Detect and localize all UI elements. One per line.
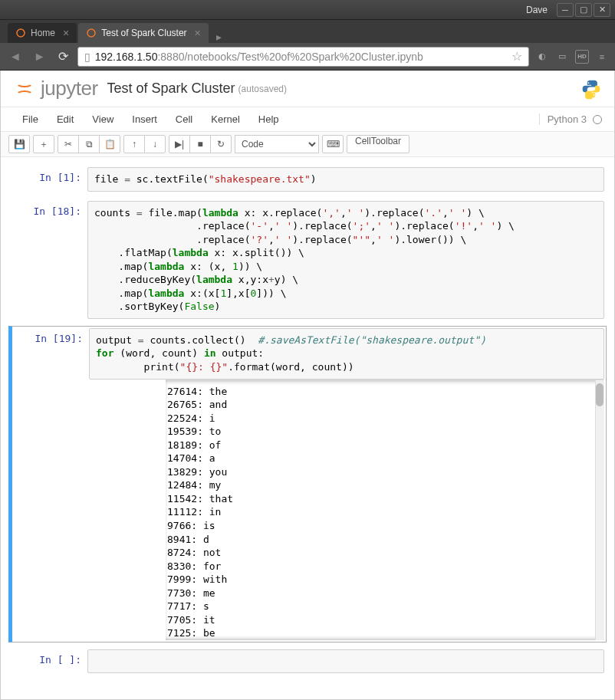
minimize-button[interactable]: ─ — [557, 3, 574, 17]
input-prompt: In [1]: — [11, 167, 87, 192]
input-prompt: In [19]: — [12, 328, 89, 640]
close-window-button[interactable]: ✕ — [594, 3, 610, 17]
back-button[interactable]: ◄ — [6, 50, 25, 64]
input-prompt: In [18]: — [11, 201, 87, 319]
code-input[interactable]: counts = file.map(lambda x: x.replace(',… — [87, 201, 604, 319]
forward-button: ► — [31, 50, 49, 64]
browser-tab-strip: Home × Test of Spark Cluster × ▸ — [0, 20, 615, 43]
tab-title: Test of Spark Cluster — [101, 28, 186, 38]
menu-file[interactable]: File — [13, 110, 48, 128]
bookmark-star-icon[interactable]: ☆ — [511, 49, 522, 64]
menu-kernel[interactable]: Kernel — [202, 110, 249, 128]
notebook-container[interactable]: In [1]:file = sc.textFile("shakespeare.t… — [1, 157, 614, 699]
tab-title: Home — [31, 28, 55, 38]
input-prompt: In [ ]: — [11, 649, 87, 674]
move-up-button[interactable]: ↑ — [123, 135, 145, 153]
cut-button[interactable]: ✂ — [58, 135, 79, 153]
jupyter-favicon-icon — [15, 28, 26, 38]
stop-button[interactable]: ■ — [189, 135, 211, 153]
tab-close-icon[interactable]: × — [63, 27, 69, 39]
menu-cell[interactable]: Cell — [166, 110, 202, 128]
hd-icon[interactable]: HD — [575, 50, 589, 64]
jupyter-logo-text: jupyter — [41, 77, 98, 100]
cell-body: counts = file.map(lambda x: x.replace(',… — [87, 201, 604, 319]
restart-button[interactable]: ↻ — [210, 135, 232, 153]
move-down-button[interactable]: ↓ — [144, 135, 166, 153]
code-cell[interactable]: In [ ]: — [8, 647, 607, 676]
cell-body: file = sc.textFile("shakespeare.txt") — [87, 167, 604, 192]
notebook-header: jupyter Test of Spark Cluster (autosaved… — [1, 71, 614, 107]
code-input[interactable] — [87, 649, 604, 674]
jupyter-logo-icon — [13, 77, 36, 100]
menu-icon[interactable]: ≡ — [595, 50, 609, 64]
celltype-select[interactable]: Code — [235, 135, 319, 153]
output-area[interactable]: 27614: the 26765: and 22524: i 19539: to… — [166, 380, 604, 640]
copy-button[interactable]: ⧉ — [78, 135, 100, 153]
browser-tab-home[interactable]: Home × — [8, 23, 77, 43]
extension-icon[interactable]: ◐ — [535, 50, 549, 64]
jupyter-logo[interactable]: jupyter — [13, 77, 98, 100]
menu-view[interactable]: View — [83, 110, 123, 128]
python-logo-icon — [580, 78, 602, 100]
menu-insert[interactable]: Insert — [123, 110, 166, 128]
notebook-title[interactable]: Test of Spark Cluster — [107, 81, 235, 97]
kernel-name[interactable]: Python 3 — [539, 113, 590, 125]
code-cell[interactable]: In [18]:counts = file.map(lambda x: x.re… — [8, 199, 607, 321]
celltoolbar-button[interactable]: CellToolbar — [347, 135, 409, 153]
code-cell[interactable]: In [19]:output = counts.collect() #.save… — [8, 326, 607, 642]
toolbar: 💾 ＋ ✂ ⧉ 📋 ↑ ↓ ▶| ■ ↻ Code ⌨ CellToolbar — [1, 132, 614, 157]
menu-edit[interactable]: Edit — [48, 110, 83, 128]
svg-point-0 — [17, 29, 25, 37]
os-user: Dave — [526, 5, 548, 15]
address-bar[interactable]: ▯ 192.168.1.50:8880/notebooks/Test%20of%… — [77, 47, 529, 67]
url-path: :8880/notebooks/Test%20of%20Spark%20Clus… — [157, 51, 423, 63]
os-titlebar: Dave ─ ▢ ✕ — [0, 0, 615, 20]
save-button[interactable]: 💾 — [8, 135, 30, 153]
cell-body — [87, 649, 604, 674]
menu-help[interactable]: Help — [249, 110, 288, 128]
page-icon: ▯ — [84, 51, 90, 63]
browser-url-bar: ◄ ► ⟳ ▯ 192.168.1.50:8880/notebooks/Test… — [0, 43, 615, 71]
run-button[interactable]: ▶| — [169, 135, 190, 153]
code-cell[interactable]: In [1]:file = sc.textFile("shakespeare.t… — [8, 165, 607, 194]
command-palette-button[interactable]: ⌨ — [322, 135, 344, 153]
output-row: 27614: the 26765: and 22524: i 19539: to… — [89, 380, 604, 640]
scrollbar-track[interactable] — [595, 380, 604, 640]
autosave-status: (autosaved) — [238, 84, 287, 94]
code-input[interactable]: output = counts.collect() #.saveAsTextFi… — [89, 328, 604, 380]
run-group: ▶| ■ ↻ — [169, 135, 232, 153]
cast-icon[interactable]: ▭ — [555, 50, 569, 64]
output-prompt — [89, 380, 166, 640]
browser-tab-notebook[interactable]: Test of Spark Cluster × — [78, 23, 209, 43]
notebook-page: jupyter Test of Spark Cluster (autosaved… — [0, 71, 615, 700]
paste-button[interactable]: 📋 — [99, 135, 120, 153]
add-cell-button[interactable]: ＋ — [33, 135, 54, 153]
url-host: 192.168.1.50 — [95, 51, 158, 63]
new-tab-button[interactable]: ▸ — [210, 31, 228, 43]
tab-close-icon[interactable]: × — [195, 27, 201, 39]
maximize-button[interactable]: ▢ — [575, 3, 592, 17]
edit-group: ✂ ⧉ 📋 — [58, 135, 120, 153]
kernel-indicator-icon[interactable] — [593, 115, 602, 124]
code-input[interactable]: file = sc.textFile("shakespeare.txt") — [87, 167, 604, 192]
svg-point-1 — [87, 29, 95, 37]
menu-bar: File Edit View Insert Cell Kernel Help P… — [1, 107, 614, 132]
cell-body: output = counts.collect() #.saveAsTextFi… — [89, 328, 604, 640]
reload-button[interactable]: ⟳ — [55, 49, 71, 64]
move-group: ↑ ↓ — [123, 135, 166, 153]
jupyter-favicon-icon — [86, 28, 97, 38]
scrollbar-thumb[interactable] — [596, 383, 603, 406]
